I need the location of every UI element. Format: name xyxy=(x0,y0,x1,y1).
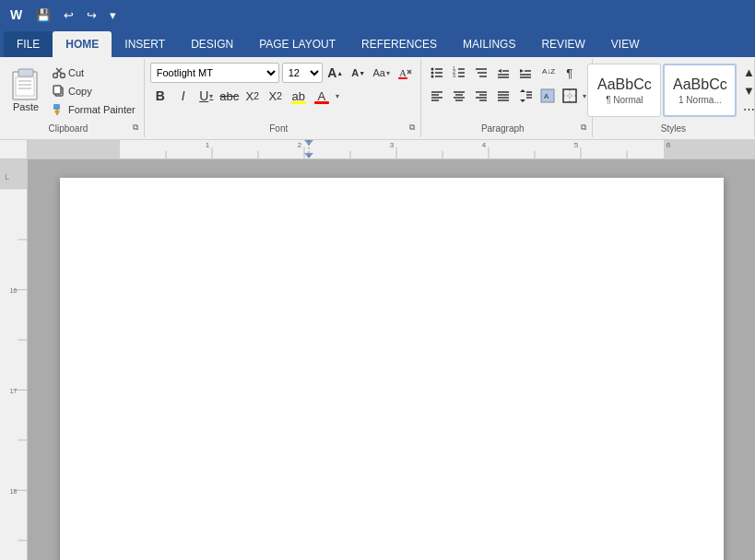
svg-text:2: 2 xyxy=(298,141,302,149)
ribbon-tabs: FILE HOME INSERT DESIGN PAGE LAYOUT REFE… xyxy=(0,29,755,57)
borders-button[interactable] xyxy=(560,86,580,106)
copy-label: Copy xyxy=(68,86,92,97)
style-no-spacing-label: 1 Norma... xyxy=(678,95,722,105)
styles-more[interactable]: ⋯ xyxy=(738,100,755,117)
svg-rect-3 xyxy=(18,69,33,76)
style-normal-preview: AaBbCc xyxy=(597,76,652,93)
bold-button[interactable]: B xyxy=(150,86,171,106)
align-center-button[interactable] xyxy=(449,86,469,106)
bullets-icon xyxy=(430,65,444,80)
paragraph-group-label: Paragraph xyxy=(427,123,579,134)
copy-icon xyxy=(53,85,65,98)
copy-button[interactable]: Copy xyxy=(50,83,138,99)
font-size-select[interactable]: 12 891011 14161824 364872 xyxy=(282,63,323,83)
styles-scroll-up[interactable]: ▲ xyxy=(738,64,755,80)
italic-button[interactable]: I xyxy=(173,86,194,106)
show-marks-button[interactable]: ¶ xyxy=(560,63,580,83)
sort-icon: A↓Z xyxy=(540,65,555,80)
underline-button[interactable]: U▾ xyxy=(196,86,217,106)
ruler-container: 1 2 3 4 5 6 xyxy=(0,140,755,159)
superscript-button[interactable]: X2 xyxy=(265,86,286,106)
subscript-button[interactable]: X2 xyxy=(242,86,263,106)
shading-button[interactable]: A xyxy=(537,86,558,106)
cut-button[interactable]: Cut xyxy=(50,64,138,81)
tab-page-layout[interactable]: PAGE LAYOUT xyxy=(246,31,348,57)
styles-group: AaBbCc ¶ Normal AaBbCc 1 Norma... ▲ ▼ ⋯ … xyxy=(593,59,755,137)
bullets-button[interactable] xyxy=(427,63,447,83)
clear-formatting-icon: A xyxy=(397,65,412,80)
svg-text:A↓Z: A↓Z xyxy=(542,67,555,76)
svg-text:1: 1 xyxy=(206,141,210,149)
font-color-button[interactable]: A xyxy=(312,86,332,106)
style-no-spacing[interactable]: AaBbCc 1 Norma... xyxy=(663,64,737,117)
styles-gallery: AaBbCc ¶ Normal AaBbCc 1 Norma... ▲ ▼ ⋯ xyxy=(587,63,755,118)
decrease-indent-button[interactable] xyxy=(493,63,513,83)
clear-formatting-button[interactable]: A xyxy=(395,63,415,83)
align-right-button[interactable] xyxy=(471,86,491,106)
svg-rect-95 xyxy=(0,190,27,560)
svg-text:17: 17 xyxy=(10,386,18,395)
title-bar: W 💾 ↩ ↪ ▾ xyxy=(0,0,755,29)
tab-design[interactable]: DESIGN xyxy=(178,31,246,57)
justify-button[interactable] xyxy=(493,86,513,106)
horizontal-ruler: 1 2 3 4 5 6 xyxy=(28,140,755,158)
text-highlight-button[interactable]: ab xyxy=(289,86,309,106)
tab-review[interactable]: REVIEW xyxy=(528,31,597,57)
borders-dropdown-icon[interactable]: ▾ xyxy=(583,92,586,100)
decrease-indent-icon xyxy=(496,65,511,80)
para-row2: A ▾ xyxy=(427,86,586,106)
svg-text:W: W xyxy=(10,7,23,22)
svg-text:18: 18 xyxy=(10,486,18,496)
font-dialog-launcher-icon[interactable]: ⧉ xyxy=(409,122,415,133)
paragraph-group: 1. 2. 3. xyxy=(421,59,593,137)
paste-label: Paste xyxy=(13,101,39,112)
svg-text:A: A xyxy=(544,92,549,100)
line-spacing-button[interactable] xyxy=(515,86,536,106)
format-painter-label: Format Painter xyxy=(68,104,136,115)
shrink-font-button[interactable]: A▼ xyxy=(348,63,369,83)
svg-text:4: 4 xyxy=(482,141,487,149)
sort-button[interactable]: A↓Z xyxy=(537,63,558,83)
tab-home[interactable]: HOME xyxy=(53,31,112,57)
grow-font-button[interactable]: A▲ xyxy=(325,63,346,83)
styles-scroll-down[interactable]: ▼ xyxy=(738,82,755,99)
borders-icon xyxy=(562,88,577,103)
change-case-button[interactable]: Aa▾ xyxy=(372,63,392,83)
svg-rect-4 xyxy=(16,77,34,96)
tab-file[interactable]: FILE xyxy=(4,31,53,57)
customize-quick-access-button[interactable]: ▾ xyxy=(105,6,121,24)
format-painter-button[interactable]: Format Painter xyxy=(50,101,138,118)
svg-rect-13 xyxy=(53,86,61,94)
para-row1: 1. 2. 3. xyxy=(427,63,580,83)
align-left-button[interactable] xyxy=(427,86,447,106)
font-row1: Footlight MT 12 891011 14161824 364872 A… xyxy=(150,63,415,83)
highlight-color-bar xyxy=(291,101,306,104)
font-group-label: Font xyxy=(150,123,407,134)
vertical-ruler-svg: 16 17 18 L xyxy=(0,159,27,560)
svg-point-10 xyxy=(53,74,58,78)
svg-point-23 xyxy=(431,76,433,78)
svg-marker-16 xyxy=(54,110,60,115)
strikethrough-button[interactable]: abc xyxy=(219,86,240,106)
redo-button[interactable]: ↪ xyxy=(82,6,101,24)
svg-text:3.: 3. xyxy=(453,73,456,78)
cut-icon xyxy=(53,66,65,79)
paste-svg xyxy=(9,64,42,101)
numbering-button[interactable]: 1. 2. 3. xyxy=(449,63,469,83)
tab-insert[interactable]: INSERT xyxy=(112,31,178,57)
document-page[interactable] xyxy=(60,178,724,560)
tab-view[interactable]: VIEW xyxy=(598,31,653,57)
tab-mailings[interactable]: MAILINGS xyxy=(450,31,528,57)
font-color-dropdown-arrow[interactable]: ▾ xyxy=(336,92,339,100)
paragraph-dialog-launcher-icon[interactable]: ⧉ xyxy=(581,122,586,133)
style-normal[interactable]: AaBbCc ¶ Normal xyxy=(587,64,661,117)
undo-button[interactable]: ↩ xyxy=(59,6,78,24)
save-button[interactable]: 💾 xyxy=(31,6,55,24)
paste-button[interactable]: Paste xyxy=(6,63,46,114)
increase-indent-button[interactable] xyxy=(515,63,536,83)
font-family-select[interactable]: Footlight MT xyxy=(150,63,279,83)
tab-references[interactable]: REFERENCES xyxy=(348,31,450,57)
multilevel-list-button[interactable] xyxy=(471,63,491,83)
svg-point-22 xyxy=(431,72,433,75)
clipboard-dialog-launcher-icon[interactable]: ⧉ xyxy=(133,122,138,133)
